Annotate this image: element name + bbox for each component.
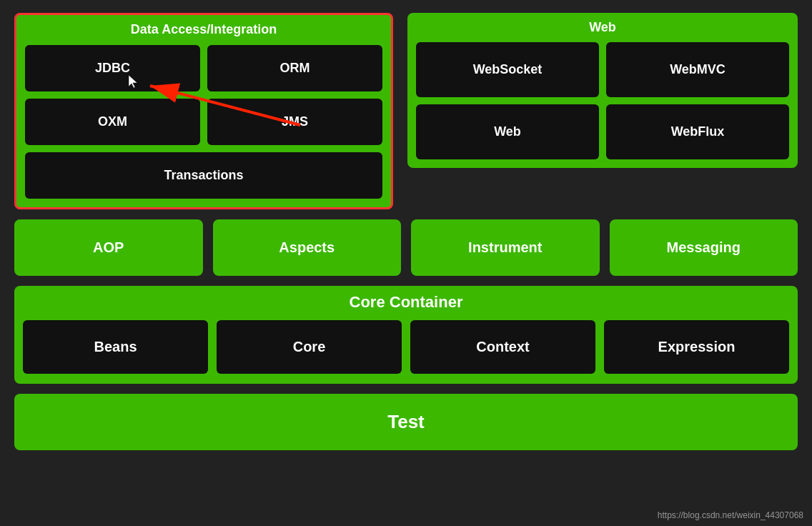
main-container: Data Access/Integration JDBC ORM OXM JMS…: [0, 0, 812, 526]
web-title: Web: [416, 20, 789, 35]
web-item-websocket: WebSocket: [416, 42, 599, 97]
web-box: Web WebSocket WebMVC Web WebFlux: [407, 13, 798, 168]
core-item-context: Context: [410, 320, 595, 374]
middle-item-instrument: Instrument: [411, 219, 600, 276]
test-title: Test: [21, 411, 791, 433]
core-container-box: Core Container Beans Core Context Expres…: [14, 286, 798, 384]
middle-item-aspects: Aspects: [213, 219, 402, 276]
da-grid: JDBC ORM OXM JMS Transactions: [25, 45, 382, 199]
middle-item-aop: AOP: [14, 219, 203, 276]
core-container-title: Core Container: [23, 293, 789, 312]
da-item-jdbc: JDBC: [25, 45, 200, 91]
data-access-box: Data Access/Integration JDBC ORM OXM JMS…: [14, 13, 393, 209]
core-item-core: Core: [217, 320, 402, 374]
watermark: https://blog.csdn.net/weixin_44307068: [658, 510, 803, 520]
web-item-webmvc: WebMVC: [606, 42, 789, 97]
test-box: Test: [14, 394, 798, 450]
core-item-beans: Beans: [23, 320, 208, 374]
da-item-jms: JMS: [207, 99, 382, 145]
core-item-expression: Expression: [604, 320, 789, 374]
top-row: Data Access/Integration JDBC ORM OXM JMS…: [14, 13, 798, 209]
da-item-transactions: Transactions: [25, 152, 382, 199]
middle-item-messaging: Messaging: [610, 219, 798, 276]
data-access-title: Data Access/Integration: [25, 22, 382, 38]
da-item-orm: ORM: [207, 45, 382, 91]
web-grid: WebSocket WebMVC Web WebFlux: [416, 42, 789, 159]
middle-row: AOP Aspects Instrument Messaging: [14, 219, 798, 276]
core-grid: Beans Core Context Expression: [23, 320, 789, 374]
da-item-oxm: OXM: [25, 99, 200, 145]
web-item-webflux: WebFlux: [606, 104, 789, 159]
web-item-web: Web: [416, 104, 599, 159]
